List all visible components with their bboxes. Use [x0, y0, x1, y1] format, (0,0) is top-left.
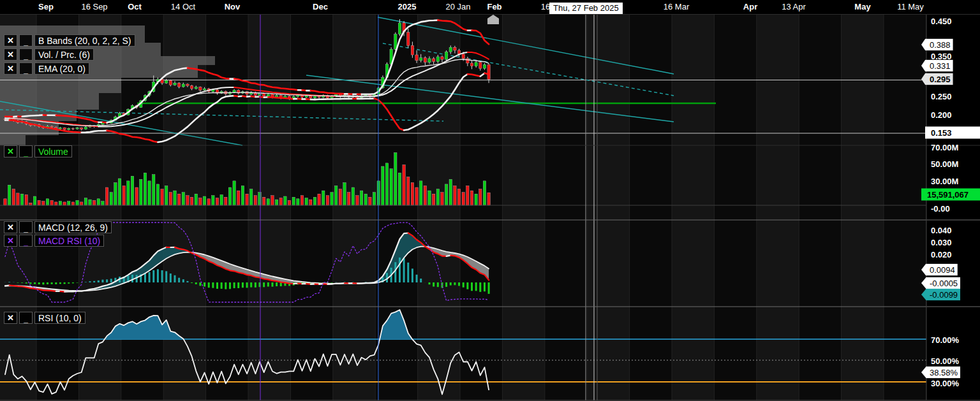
time-axis-label: Oct	[128, 2, 142, 11]
volume-bar	[335, 186, 338, 205]
volume-bar	[411, 182, 413, 205]
indicator-label-rsi[interactable]: RSI (10, 0)	[34, 312, 85, 324]
volume-bar	[436, 189, 439, 205]
indicator-label-macd-rsi[interactable]: MACD RSI (10)	[34, 235, 104, 247]
volume-bar	[318, 194, 320, 205]
candle-body	[68, 129, 70, 130]
minimize-icon[interactable]: _	[19, 145, 33, 157]
indicator-label-volprc[interactable]: Vol. / Prc. (6)	[34, 48, 94, 61]
macd-histogram-bar	[195, 282, 197, 284]
time-axis-label: 20 Jan	[445, 2, 470, 11]
volume-bar	[424, 186, 426, 205]
candle-body	[318, 96, 320, 98]
candle-body	[177, 83, 180, 87]
candle-body	[475, 62, 477, 66]
macd-histogram-bar	[204, 282, 205, 287]
macd-histogram-bar	[416, 275, 418, 282]
volume-bar	[432, 194, 434, 205]
candle-body	[428, 59, 431, 62]
volume-bar	[122, 186, 125, 205]
candle-body	[267, 94, 269, 96]
period-stripe	[375, 14, 417, 400]
time-axis-label: 2025	[398, 2, 417, 11]
candle-body	[479, 62, 482, 68]
close-icon[interactable]: ✕	[4, 221, 17, 233]
period-stripe	[884, 14, 926, 400]
volume-bar	[46, 199, 48, 205]
volume-bar	[169, 193, 172, 205]
macd-histogram-bar	[484, 282, 486, 291]
candle-body	[169, 80, 172, 85]
chart-canvas[interactable]	[0, 0, 980, 401]
volume-bar	[233, 181, 235, 205]
macd-histogram-bar	[250, 282, 252, 288]
indicator-row-macd-rsi: ✕ _ MACD RSI (10)	[4, 235, 104, 247]
volume-bar	[373, 193, 375, 205]
volume-bar	[148, 181, 151, 205]
minimize-icon[interactable]: _	[19, 34, 33, 47]
macd-histogram-bar	[157, 269, 159, 282]
minimize-icon[interactable]: _	[19, 312, 33, 324]
macd-histogram-bar	[407, 263, 409, 282]
close-icon[interactable]: ✕	[4, 34, 17, 47]
volume-bar	[114, 182, 117, 205]
volume-bar	[80, 202, 83, 205]
macd-histogram-bar	[208, 282, 210, 288]
volume-bar	[59, 201, 61, 205]
candle-body	[313, 96, 316, 98]
candle-body	[449, 47, 452, 52]
candle-body	[432, 59, 434, 62]
time-axis-label: May	[854, 2, 870, 11]
volume-bar	[343, 182, 346, 205]
candle-body	[305, 96, 308, 97]
macd-histogram-bar	[199, 282, 201, 286]
volume-bar	[20, 194, 23, 205]
close-icon[interactable]: ✕	[4, 312, 17, 324]
minimize-icon[interactable]: _	[19, 221, 33, 233]
time-axis[interactable]: Sep16 SepOct14 OctNovDec202520 JanFeb161…	[0, 0, 980, 15]
macd-histogram-bar	[8, 282, 10, 282]
volume-bar	[428, 191, 431, 205]
volume-bar	[394, 152, 397, 205]
indicator-label-ema[interactable]: EMA (20, 0)	[34, 62, 89, 75]
volume-bar	[199, 198, 202, 205]
volume-bar	[225, 197, 227, 205]
volume-bar	[33, 196, 36, 205]
close-icon[interactable]: ✕	[4, 48, 17, 61]
macd-histogram-bar	[433, 282, 434, 287]
minimize-icon[interactable]: _	[19, 48, 33, 61]
volume-bar	[466, 186, 469, 205]
volume-bar	[313, 197, 316, 205]
close-icon[interactable]: ✕	[4, 145, 17, 157]
volume-bar	[271, 196, 274, 205]
volume-bar	[352, 187, 354, 205]
minimize-icon[interactable]: _	[19, 235, 33, 247]
indicator-label-macd[interactable]: MACD (12, 26, 9)	[34, 221, 112, 233]
volume-bar	[174, 191, 176, 205]
candle-body	[441, 57, 443, 59]
volume-bar	[110, 193, 112, 205]
volume-bar	[445, 184, 447, 205]
period-stripe	[290, 14, 332, 400]
close-icon[interactable]: ✕	[4, 235, 17, 247]
macd-histogram-bar	[331, 282, 333, 283]
volume-bar	[127, 181, 130, 205]
minimize-icon[interactable]: _	[19, 62, 33, 75]
time-axis-label: 16 Mar	[664, 2, 689, 11]
period-stripe	[206, 14, 248, 400]
bollinger-lower-line	[485, 73, 489, 75]
macd-histogram-bar	[144, 273, 146, 282]
macd-histogram-bar	[55, 282, 57, 284]
macd-histogram-bar	[29, 282, 31, 284]
volume-by-price-block	[0, 93, 99, 110]
indicator-label-bbands[interactable]: B Bands (20, 0, 2, 2, S)	[34, 34, 135, 47]
indicator-label-volume[interactable]: Volume	[34, 145, 72, 157]
volume-bar	[29, 203, 32, 205]
volume-bar	[250, 189, 253, 205]
candle-body	[454, 47, 456, 50]
period-stripe	[460, 14, 502, 400]
macd-histogram-bar	[47, 282, 48, 284]
close-icon[interactable]: ✕	[4, 62, 17, 75]
macd-histogram-bar	[412, 268, 413, 282]
macd-histogram-bar	[59, 282, 61, 284]
